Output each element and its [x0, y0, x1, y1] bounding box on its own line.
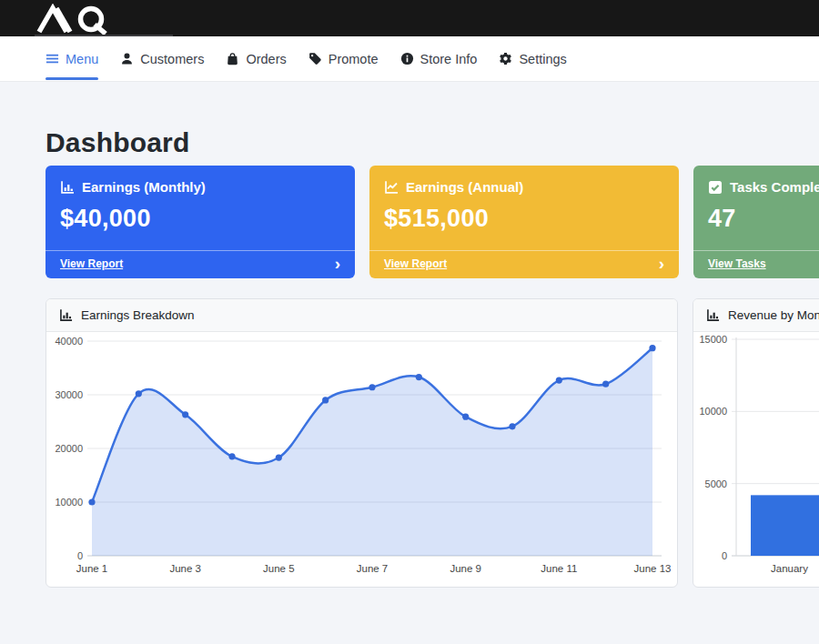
nav-item-customers[interactable]: Customers: [120, 36, 204, 81]
svg-text:40000: 40000: [55, 336, 83, 347]
nav-item-menu[interactable]: Menu: [46, 36, 98, 81]
top-app-bar: [0, 0, 819, 36]
nav-item-label: Store Info: [420, 52, 478, 66]
chevron-right-icon[interactable]: ›: [335, 258, 340, 269]
svg-text:30000: 30000: [55, 389, 83, 400]
person-icon: [120, 52, 134, 65]
check-square-icon: [708, 180, 723, 195]
chevron-right-icon[interactable]: ›: [659, 258, 664, 269]
svg-text:June 5: June 5: [263, 563, 295, 574]
active-tab-underline: [46, 77, 98, 80]
svg-text:June 3: June 3: [169, 563, 201, 574]
nav-item-label: Settings: [519, 52, 566, 66]
charts-row: Earnings Breakdown 010000200003000040000…: [46, 298, 819, 588]
chart-title: Earnings Breakdown: [81, 308, 195, 322]
revenue-by-month-card: Revenue by Month 050001000015000January: [693, 298, 819, 588]
revenue-by-month-header: Revenue by Month: [693, 299, 819, 332]
earnings-breakdown-chart: 010000200003000040000June 1June 3June 5J…: [46, 332, 677, 588]
revenue-by-month-chart: 050001000015000January: [693, 332, 819, 588]
svg-text:20000: 20000: [55, 443, 83, 454]
aq-logo-icon: [35, 4, 122, 35]
nav-item-settings[interactable]: Settings: [499, 36, 566, 81]
svg-text:June 9: June 9: [450, 563, 481, 574]
main-nav: Menu Customers Orders Promote Store Info: [0, 36, 819, 82]
view-report-link[interactable]: View Report: [60, 257, 123, 270]
svg-text:0: 0: [77, 550, 83, 561]
info-icon: [400, 52, 414, 65]
svg-text:10000: 10000: [699, 406, 727, 417]
stat-card-title: Earnings (Monthly): [82, 179, 206, 195]
chart-title: Revenue by Month: [728, 308, 819, 322]
svg-text:5000: 5000: [705, 478, 727, 489]
stat-card-earnings-monthly: Earnings (Monthly) $40,000 View Report ›: [46, 166, 355, 278]
earnings-breakdown-header: Earnings Breakdown: [46, 299, 677, 332]
page-title: Dashboard: [46, 127, 819, 158]
view-tasks-link[interactable]: View Tasks: [708, 257, 766, 270]
svg-text:10000: 10000: [55, 497, 83, 508]
svg-text:15000: 15000: [699, 334, 727, 345]
stat-card-title: Earnings (Annual): [406, 179, 523, 195]
nav-item-label: Menu: [66, 52, 98, 66]
bar-chart-icon: [60, 180, 75, 195]
stat-card-footer[interactable]: View Report ›: [369, 250, 679, 278]
gear-icon: [499, 52, 512, 65]
bag-icon: [226, 52, 239, 65]
line-chart-icon: [384, 180, 399, 195]
stat-cards-row: Earnings (Monthly) $40,000 View Report ›…: [46, 166, 819, 278]
nav-item-label: Promote: [329, 52, 379, 66]
stat-card-footer[interactable]: View Report ›: [46, 250, 355, 278]
bar-chart-icon: [59, 308, 73, 322]
stat-card-value: $515,000: [384, 205, 664, 233]
nav-item-label: Customers: [140, 52, 204, 66]
hamburger-icon: [46, 52, 59, 65]
nav-item-orders[interactable]: Orders: [226, 36, 286, 81]
svg-text:June 7: June 7: [357, 563, 389, 574]
svg-text:June 13: June 13: [634, 563, 672, 574]
bar-chart-icon: [706, 308, 720, 322]
earnings-breakdown-card: Earnings Breakdown 010000200003000040000…: [46, 298, 678, 588]
stat-card-title: Tasks Completed: [730, 179, 819, 195]
stat-card-footer[interactable]: View Tasks ›: [693, 250, 819, 278]
stat-card-earnings-annual: Earnings (Annual) $515,000 View Report ›: [369, 166, 679, 278]
main-content: Dashboard Earnings (Monthly) $40,000 Vie…: [0, 127, 819, 588]
stat-card-value: $40,000: [60, 205, 340, 233]
nav-item-label: Orders: [246, 52, 286, 66]
stat-card-value: 47: [708, 205, 819, 233]
svg-text:January: January: [771, 563, 808, 574]
svg-text:June 1: June 1: [76, 563, 108, 574]
stat-card-tasks-completed: Tasks Completed 47 View Tasks ›: [693, 166, 819, 278]
tag-icon: [308, 52, 322, 65]
view-report-link[interactable]: View Report: [384, 257, 447, 270]
brand-logo[interactable]: [35, 4, 173, 36]
svg-text:June 11: June 11: [541, 563, 577, 574]
nav-item-promote[interactable]: Promote: [308, 36, 379, 81]
nav-item-store-info[interactable]: Store Info: [400, 36, 478, 81]
svg-text:0: 0: [722, 550, 727, 561]
